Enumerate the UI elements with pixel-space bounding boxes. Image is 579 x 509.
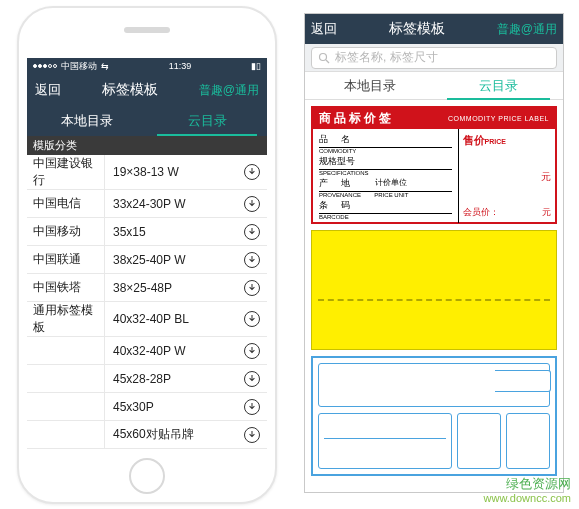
template-cell[interactable]: 33x24-30P W	[105, 197, 237, 211]
category-cell[interactable]: 中国联通	[27, 246, 105, 273]
template-list: 中国建设银行 19×38-13 W 中国电信 33x24-30P W 中国移动 …	[27, 155, 267, 449]
svg-line-1	[326, 60, 329, 63]
page-title: 标签模板	[102, 81, 158, 99]
download-button[interactable]	[237, 224, 267, 240]
tab-cloud[interactable]: 云目录	[147, 106, 267, 136]
template-cell[interactable]: 38×25-48P	[105, 281, 237, 295]
search-placeholder: 标签名称, 标签尺寸	[335, 49, 438, 66]
red-title-cn: 商品标价签	[319, 110, 394, 127]
download-button[interactable]	[237, 252, 267, 268]
category-cell	[27, 393, 105, 420]
dashed-line	[318, 299, 550, 301]
template-preview-list[interactable]: 商品标价签 COMMODITY PRICE LABEL 品 名 COMMODIT…	[305, 100, 563, 482]
download-button[interactable]	[237, 399, 267, 415]
search-input[interactable]: 标签名称, 标签尺寸	[311, 47, 557, 69]
category-cell[interactable]: 中国电信	[27, 190, 105, 217]
status-bar: 中国移动 ⇆ 11:39 ▮▯	[27, 58, 267, 74]
category-cell	[27, 337, 105, 364]
table-row[interactable]: 45x30P	[27, 393, 267, 421]
blue-box-top	[318, 363, 550, 407]
table-row[interactable]: 40x32-40P W	[27, 337, 267, 365]
template-preview-blue[interactable]	[311, 356, 557, 476]
tab-local-label: 本地目录	[344, 77, 396, 95]
nav-bar: 返回 标签模板 普趣@通用	[27, 74, 267, 106]
template-cell[interactable]: 40x32-40P W	[105, 344, 237, 358]
download-button[interactable]	[237, 196, 267, 212]
back-button[interactable]: 返回	[35, 81, 61, 99]
home-button[interactable]	[129, 458, 165, 494]
battery-icon: ▮▯	[251, 61, 261, 71]
table-row[interactable]: 中国移动 35x15	[27, 218, 267, 246]
table-row[interactable]: 45x60对贴吊牌	[27, 421, 267, 449]
download-button[interactable]	[237, 343, 267, 359]
download-icon	[244, 280, 260, 296]
tab-cloud[interactable]: 云目录	[434, 72, 563, 99]
download-icon	[244, 399, 260, 415]
category-cell	[27, 421, 105, 448]
category-cell[interactable]: 中国移动	[27, 218, 105, 245]
download-button[interactable]	[237, 164, 267, 180]
template-cell[interactable]: 35x15	[105, 225, 237, 239]
phone-speaker	[124, 27, 170, 33]
page-title: 标签模板	[389, 20, 445, 38]
category-cell[interactable]: 中国建设银行	[27, 155, 105, 189]
template-cell[interactable]: 40x32-40P BL	[105, 312, 237, 326]
section-header: 模版分类	[27, 136, 267, 155]
blue-box-tab	[495, 370, 551, 392]
nav-right-label[interactable]: 普趣@通用	[199, 82, 259, 99]
download-icon	[244, 252, 260, 268]
download-icon	[244, 343, 260, 359]
back-button[interactable]: 返回	[311, 20, 337, 38]
template-preview-red[interactable]: 商品标价签 COMMODITY PRICE LABEL 品 名 COMMODIT…	[311, 106, 557, 224]
template-preview-yellow[interactable]	[311, 230, 557, 350]
phone-earpiece-area	[19, 8, 275, 52]
template-cell[interactable]: 45x30P	[105, 400, 237, 414]
carrier-label: 中国移动	[61, 60, 97, 73]
table-row[interactable]: 中国建设银行 19×38-13 W	[27, 155, 267, 190]
download-icon	[244, 311, 260, 327]
template-cell[interactable]: 45x28-28P	[105, 372, 237, 386]
template-cell[interactable]: 19×38-13 W	[105, 165, 237, 179]
table-row[interactable]: 45x28-28P	[27, 365, 267, 393]
download-button[interactable]	[237, 280, 267, 296]
template-cell[interactable]: 45x60对贴吊牌	[105, 426, 237, 443]
search-bar: 标签名称, 标签尺寸	[305, 44, 563, 72]
red-left-block: 品 名 COMMODITY 规格型号 SPECIFICATIONS 产 地计价单…	[313, 129, 458, 223]
signal-icon	[33, 64, 57, 68]
download-icon	[244, 164, 260, 180]
watermark: 绿色资源网 www.downcc.com	[484, 477, 571, 505]
watermark-url: www.downcc.com	[484, 492, 571, 505]
table-row[interactable]: 中国铁塔 38×25-48P	[27, 274, 267, 302]
network-icon: ⇆	[101, 61, 109, 71]
nav-bar: 返回 标签模板 普趣@通用	[305, 14, 563, 44]
red-right-block: 售价PRICE 元 会员价：元	[458, 129, 555, 223]
category-cell[interactable]: 通用标签模板	[27, 302, 105, 336]
download-icon	[244, 427, 260, 443]
search-icon	[318, 52, 330, 64]
red-title-en: COMMODITY PRICE LABEL	[448, 115, 549, 122]
download-button[interactable]	[237, 371, 267, 387]
phone-screen: 中国移动 ⇆ 11:39 ▮▯ 返回 标签模板 普趣@通用 本地目录 云目录 模…	[27, 58, 267, 454]
tab-row: 本地目录 云目录	[27, 106, 267, 136]
tab-local-label: 本地目录	[61, 112, 113, 130]
tab-local[interactable]: 本地目录	[27, 106, 147, 136]
tab-cloud-label: 云目录	[479, 77, 518, 95]
blue-box-bottom-left	[318, 413, 452, 469]
table-row[interactable]: 中国电信 33x24-30P W	[27, 190, 267, 218]
table-row[interactable]: 通用标签模板 40x32-40P BL	[27, 302, 267, 337]
clock: 11:39	[169, 61, 192, 71]
template-cell[interactable]: 38x25-40P W	[105, 253, 237, 267]
category-cell	[27, 365, 105, 392]
nav-right-label[interactable]: 普趣@通用	[497, 21, 557, 38]
download-button[interactable]	[237, 427, 267, 443]
category-cell[interactable]: 中国铁塔	[27, 274, 105, 301]
tab-cloud-label: 云目录	[188, 112, 227, 130]
table-row[interactable]: 中国联通 38x25-40P W	[27, 246, 267, 274]
tab-local[interactable]: 本地目录	[305, 72, 434, 99]
download-button[interactable]	[237, 311, 267, 327]
download-icon	[244, 224, 260, 240]
blue-box-bottom-right	[506, 413, 550, 469]
blue-box-bottom-mid	[457, 413, 501, 469]
right-panel: 返回 标签模板 普趣@通用 标签名称, 标签尺寸 本地目录 云目录 商品标价签 …	[304, 13, 564, 493]
phone-frame: 中国移动 ⇆ 11:39 ▮▯ 返回 标签模板 普趣@通用 本地目录 云目录 模…	[17, 6, 277, 504]
